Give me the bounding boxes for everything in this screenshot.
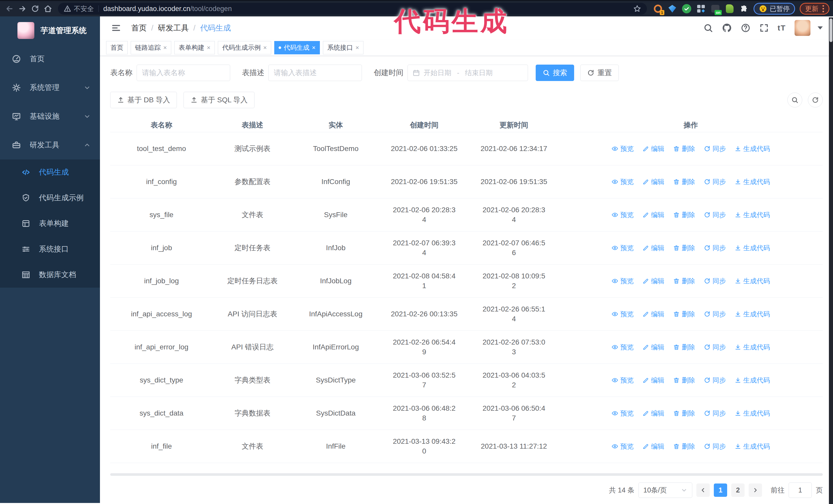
sync-link[interactable]: 同步	[704, 210, 726, 220]
edit-link[interactable]: 编辑	[642, 408, 664, 418]
sidebar-item-form-builder[interactable]: 表单构建	[0, 211, 100, 236]
toggle-search-button[interactable]	[787, 93, 802, 107]
generate-code-link[interactable]: 生成代码	[735, 408, 770, 418]
back-button[interactable]	[4, 3, 15, 15]
sidebar-item-home[interactable]: 首页	[0, 45, 100, 73]
generate-code-link[interactable]: 生成代码	[735, 144, 770, 153]
bookmark-star-icon[interactable]	[633, 5, 641, 13]
table-row[interactable]: sys_file 文件表 SysFile 2021-02-06 20:28:3 …	[110, 198, 823, 232]
page-size-select[interactable]: 10条/页	[639, 482, 692, 498]
generate-code-link[interactable]: 生成代码	[735, 375, 770, 385]
tag-tracing[interactable]: 链路追踪×	[131, 41, 171, 54]
tag-system-api[interactable]: 系统接口×	[323, 41, 363, 54]
delete-link[interactable]: 删除	[673, 243, 695, 253]
preview-link[interactable]: 预览	[612, 309, 634, 319]
close-icon[interactable]: ×	[312, 44, 315, 51]
table-desc-input[interactable]	[268, 65, 362, 81]
extension-icon-check[interactable]	[681, 3, 692, 14]
sidebar-item-system-api[interactable]: 系统接口	[0, 236, 100, 262]
edit-link[interactable]: 编辑	[642, 210, 664, 220]
sidebar-item-codegen[interactable]: 代码生成	[0, 160, 100, 185]
table-row[interactable]: inf_config 参数配置表 InfConfig 2021-02-06 19…	[110, 165, 823, 198]
table-row[interactable]: inf_file 文件表 InfFile 2021-03-13 09:43:2 …	[110, 430, 823, 463]
tag-home[interactable]: 首页	[106, 41, 128, 54]
delete-link[interactable]: 删除	[673, 441, 695, 451]
preview-link[interactable]: 预览	[612, 144, 634, 153]
table-row[interactable]: sys_dict_type 字典类型表 SysDictType 2021-03-…	[110, 364, 823, 397]
home-button[interactable]	[42, 3, 54, 15]
sql-import-button[interactable]: 基于 SQL 导入	[184, 92, 255, 108]
sync-link[interactable]: 同步	[704, 309, 726, 319]
preview-link[interactable]: 预览	[612, 243, 634, 253]
extension-icon-orange[interactable]: 1	[652, 3, 663, 14]
preview-link[interactable]: 预览	[612, 375, 634, 385]
update-chrome-button[interactable]: 更新	[800, 3, 829, 15]
security-status[interactable]: 不安全	[64, 4, 94, 13]
delete-link[interactable]: 删除	[673, 408, 695, 418]
preview-link[interactable]: 预览	[612, 342, 634, 352]
font-size-icon[interactable]: tT	[778, 24, 786, 32]
generate-code-link[interactable]: 生成代码	[735, 441, 770, 451]
sidebar-item-devtools[interactable]: 研发工具	[0, 131, 100, 160]
sidebar-item-db-doc[interactable]: 数据库文档	[0, 262, 100, 288]
refresh-table-button[interactable]	[808, 93, 823, 107]
tag-codegen-example[interactable]: 代码生成示例×	[218, 41, 271, 54]
sidebar-item-infra[interactable]: 基础设施	[0, 102, 100, 131]
delete-link[interactable]: 删除	[673, 210, 695, 220]
help-icon[interactable]	[741, 23, 751, 33]
extension-icon-switch[interactable]: on	[710, 3, 721, 14]
edit-link[interactable]: 编辑	[642, 375, 664, 385]
table-row[interactable]: inf_api_error_log API 错误日志 InfApiErrorLo…	[110, 331, 823, 364]
generate-code-link[interactable]: 生成代码	[735, 210, 770, 220]
page-button-1[interactable]: 1	[714, 483, 727, 497]
sidebar-item-system[interactable]: 系统管理	[0, 73, 100, 102]
table-scrollbar[interactable]	[110, 473, 823, 476]
date-range-picker[interactable]: 开始日期 - 结束日期	[407, 65, 528, 81]
delete-link[interactable]: 删除	[673, 276, 695, 286]
next-page-button[interactable]	[749, 483, 762, 497]
db-import-button[interactable]: 基于 DB 导入	[110, 92, 177, 108]
page-button-2[interactable]: 2	[731, 483, 744, 497]
tag-codegen[interactable]: 代码生成×	[274, 41, 320, 54]
reset-button[interactable]: 重置	[580, 65, 619, 81]
sync-link[interactable]: 同步	[704, 375, 726, 385]
generate-code-link[interactable]: 生成代码	[735, 342, 770, 352]
breadcrumb-devtools[interactable]: 研发工具	[158, 23, 189, 33]
github-icon[interactable]	[722, 23, 732, 33]
extension-icon-gem[interactable]	[667, 3, 678, 14]
extension-icon-grid[interactable]	[696, 3, 706, 14]
sidebar-item-codegen-example[interactable]: 代码生成示例	[0, 185, 100, 211]
sync-link[interactable]: 同步	[704, 441, 726, 451]
table-row[interactable]: inf_api_access_log API 访问日志表 InfApiAcces…	[110, 297, 823, 331]
sync-link[interactable]: 同步	[704, 243, 726, 253]
browser-menu-icon[interactable]	[823, 5, 824, 12]
preview-link[interactable]: 预览	[612, 210, 634, 220]
search-button[interactable]: 搜索	[536, 65, 574, 81]
hamburger-icon[interactable]	[108, 21, 124, 35]
user-avatar[interactable]	[794, 20, 810, 36]
generate-code-link[interactable]: 生成代码	[735, 177, 770, 187]
preview-link[interactable]: 预览	[612, 177, 634, 187]
preview-link[interactable]: 预览	[612, 441, 634, 451]
sync-link[interactable]: 同步	[704, 276, 726, 286]
scrollbar-thumb[interactable]	[829, 19, 832, 42]
close-icon[interactable]: ×	[263, 44, 267, 51]
delete-link[interactable]: 删除	[673, 342, 695, 352]
table-row[interactable]: inf_job 定时任务表 InfJob 2021-02-07 06:39:3 …	[110, 232, 823, 265]
table-row[interactable]: inf_job_log 定时任务日志表 InfJobLog 2021-02-08…	[110, 265, 823, 297]
sync-link[interactable]: 同步	[704, 342, 726, 352]
avatar-caret-icon[interactable]	[818, 26, 823, 29]
breadcrumb-home[interactable]: 首页	[131, 23, 147, 33]
paused-chip[interactable]: 已暂停	[754, 3, 795, 15]
delete-link[interactable]: 删除	[673, 309, 695, 319]
edit-link[interactable]: 编辑	[642, 144, 664, 153]
generate-code-link[interactable]: 生成代码	[735, 276, 770, 286]
fullscreen-icon[interactable]	[759, 23, 769, 33]
table-row[interactable]: sys_dict_data 字典数据表 SysDictData 2021-03-…	[110, 397, 823, 430]
edit-link[interactable]: 编辑	[642, 276, 664, 286]
preview-link[interactable]: 预览	[612, 408, 634, 418]
address-bar[interactable]: 不安全 dashboard.yudao.iocoder.cn/tool/code…	[58, 3, 647, 15]
goto-page-input[interactable]	[789, 482, 812, 498]
edit-link[interactable]: 编辑	[642, 441, 664, 451]
delete-link[interactable]: 删除	[673, 177, 695, 187]
